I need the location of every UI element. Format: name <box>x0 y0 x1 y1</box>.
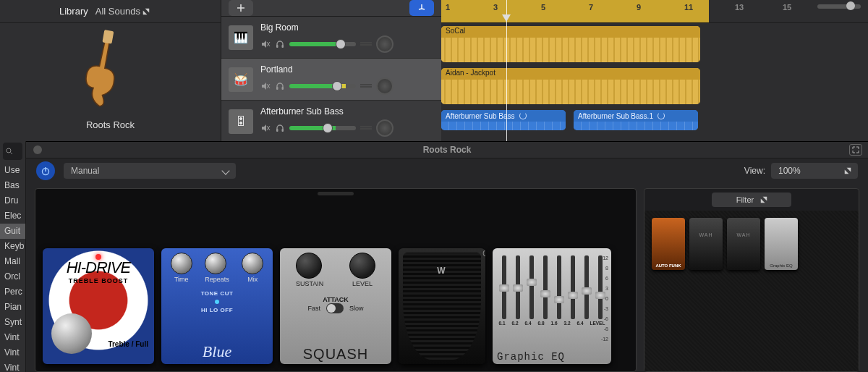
eq-band-slider[interactable] <box>584 255 589 319</box>
mode-switch[interactable]: Treble / Full <box>108 340 148 348</box>
mute-icon[interactable] <box>260 81 271 91</box>
playhead[interactable] <box>506 0 507 141</box>
eq-freq-label: 0.2 <box>511 321 518 326</box>
region-name: Aidan - Jackpot <box>441 68 700 80</box>
ruler-marker: 1 <box>446 3 450 12</box>
filter-dropdown[interactable]: Filter <box>712 193 791 207</box>
headphones-icon[interactable] <box>275 123 285 133</box>
svg-rect-6 <box>282 129 284 132</box>
track-name: Portland <box>260 64 434 75</box>
pedal-wah[interactable]: W Q Mode <box>399 248 485 364</box>
pedal-blue-echo[interactable]: Time Repeats Mix TONE CUT HI LO OFF Blue <box>161 248 273 364</box>
led-icon <box>215 300 219 304</box>
eq-band-slider[interactable] <box>502 255 506 319</box>
region-name: SoCal <box>441 26 700 38</box>
view-zoom-dropdown[interactable]: 100% <box>771 163 858 179</box>
preset-dropdown[interactable]: Manual <box>64 163 236 179</box>
region[interactable]: SoCal <box>441 26 700 62</box>
region[interactable]: Afterburner Sub Bass.1 <box>574 110 698 130</box>
svg-rect-3 <box>276 87 278 90</box>
library-filter-dropdown[interactable]: All Sounds <box>95 6 149 17</box>
eq-freq-label: 0.8 <box>537 321 544 326</box>
sidebar-item[interactable]: Synt <box>0 315 25 330</box>
region[interactable]: Aidan - Jackpot <box>441 68 700 104</box>
browser-pedal[interactable] <box>727 218 760 270</box>
sidebar-item[interactable]: Dru <box>0 193 25 208</box>
pedalboard-stage[interactable]: HI-DRIVE TREBLE BOOST Treble / Full Time… <box>35 188 637 372</box>
sidebar-item[interactable]: Vint <box>0 345 25 360</box>
pan-knob[interactable] <box>376 35 393 53</box>
power-button[interactable] <box>36 161 55 180</box>
sustain-knob[interactable] <box>296 253 322 279</box>
sidebar-item[interactable]: Vint <box>0 360 25 372</box>
sidebar-item[interactable]: Guit <box>0 224 25 239</box>
sidebar-item[interactable]: Vint <box>0 330 25 345</box>
sidebar-item[interactable]: Orcl <box>0 269 25 284</box>
eq-band-slider[interactable] <box>557 255 561 319</box>
eq-band-slider[interactable] <box>529 255 534 319</box>
headphones-icon[interactable] <box>275 81 285 91</box>
track-name: Afterburner Sub Bass <box>260 106 434 117</box>
track-instrument-icon: 🥁 <box>229 67 253 92</box>
track-row[interactable]: 🥁 Portland <box>221 59 441 101</box>
level-meter <box>360 84 372 88</box>
sidebar-item[interactable]: Perc <box>0 284 25 300</box>
ruler-marker: 13 <box>735 3 744 12</box>
sidebar-item[interactable]: Use <box>0 163 25 178</box>
ruler-marker: 7 <box>589 3 593 12</box>
sidebar-item[interactable]: Mall <box>0 254 25 269</box>
expand-button[interactable] <box>849 144 862 156</box>
pan-knob[interactable] <box>376 77 393 95</box>
add-track-button[interactable] <box>229 0 253 16</box>
view-label: View: <box>744 166 765 176</box>
repeats-knob[interactable] <box>205 253 226 274</box>
level-knob[interactable] <box>349 253 375 279</box>
mute-icon[interactable] <box>260 39 271 49</box>
svg-rect-2 <box>282 45 284 48</box>
search-input[interactable] <box>3 143 22 160</box>
browser-pedal[interactable]: AUTO FUNK <box>652 218 685 270</box>
browser-pedal[interactable] <box>689 218 723 270</box>
chevron-updown-icon <box>759 195 769 205</box>
attack-switch[interactable] <box>326 303 344 313</box>
library-sidebar: UseBasDruElecGuitKeybMallOrclPercPianSyn… <box>0 141 26 372</box>
region[interactable]: Afterburner Sub Bass <box>441 110 566 130</box>
pedal-squash[interactable]: SUSTAIN LEVEL ATTACK Fast Slow SQUASH <box>280 248 391 364</box>
mix-knob[interactable] <box>242 253 263 274</box>
track-row[interactable]: 🎛 Afterburner Sub Bass <box>221 101 441 143</box>
arrangement-area[interactable]: SoCalAidan - JackpotAfterburner Sub Bass… <box>441 23 868 141</box>
loop-icon <box>519 112 527 119</box>
track-instrument-icon: 🎛 <box>229 109 253 134</box>
zoom-slider[interactable] <box>817 4 861 9</box>
level-meter <box>360 42 372 46</box>
eq-band-slider[interactable] <box>598 255 603 319</box>
level-knob[interactable] <box>51 313 92 354</box>
ruler[interactable]: 1357911 1315 <box>441 0 868 23</box>
pedal-hi-drive[interactable]: HI-DRIVE TREBLE BOOST Treble / Full <box>43 248 154 364</box>
region-name: Afterburner Sub Bass.1 <box>574 110 698 122</box>
window-titlebar[interactable]: Roots Rock <box>26 142 868 158</box>
volume-slider[interactable] <box>289 42 356 46</box>
headphones-icon[interactable] <box>275 39 285 49</box>
smart-controls-window: Roots Rock Manual View: 100% HI-DRIVE <box>26 141 868 372</box>
track-row[interactable]: 🎹 Big Room <box>221 17 441 59</box>
sidebar-item[interactable]: Keyb <box>0 239 25 254</box>
eq-band-slider[interactable] <box>543 255 548 319</box>
eq-band-slider[interactable] <box>571 255 575 319</box>
volume-slider[interactable] <box>289 84 356 88</box>
sidebar-item[interactable]: Elec <box>0 208 25 224</box>
tuner-button[interactable] <box>409 0 434 16</box>
close-icon[interactable] <box>33 145 42 154</box>
time-knob[interactable] <box>171 253 192 274</box>
pan-knob[interactable] <box>376 119 393 137</box>
mute-icon[interactable] <box>260 123 271 133</box>
eq-band-slider[interactable] <box>516 255 520 319</box>
ruler-marker: 5 <box>541 3 545 12</box>
sidebar-item[interactable]: Bas <box>0 178 25 193</box>
svg-rect-4 <box>282 87 284 90</box>
browser-pedal[interactable]: Graphic EQ <box>765 218 798 270</box>
pedal-graphic-eq[interactable]: 128630-3-6-8-12 0.10.20.40.81.63.26.4LEV… <box>493 248 611 364</box>
timeline-panel: 1357911 1315 SoCalAidan - JackpotAfterbu… <box>441 0 868 141</box>
sidebar-item[interactable]: Pian <box>0 300 25 315</box>
volume-slider[interactable] <box>289 126 356 130</box>
